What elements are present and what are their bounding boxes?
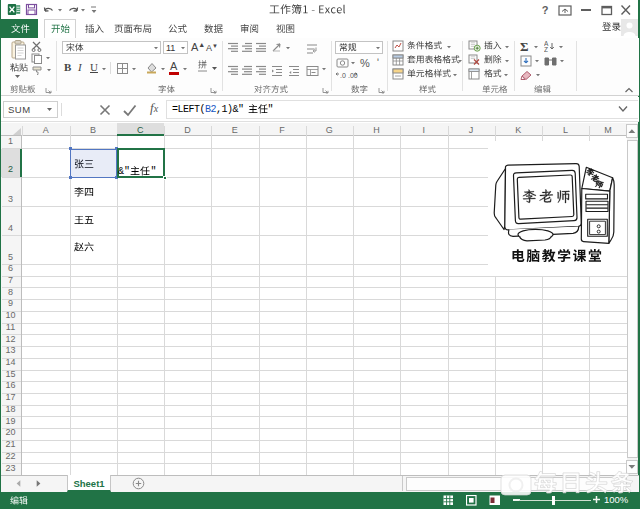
svg-text:Z: Z <box>544 46 548 52</box>
svg-text:.00: .00 <box>348 72 358 79</box>
svg-text:.0: .0 <box>340 72 346 79</box>
